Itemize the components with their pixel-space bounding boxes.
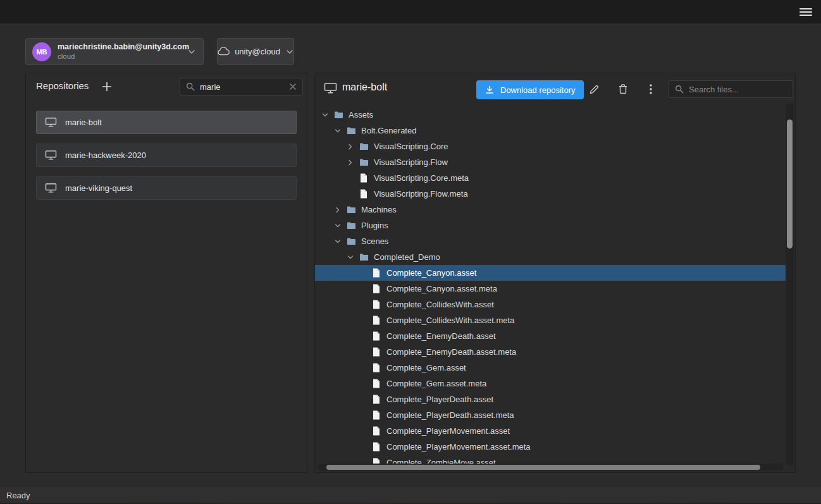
chevron-spacer: [359, 316, 371, 326]
file-icon: [371, 442, 381, 452]
chevron-down-icon: [285, 47, 295, 57]
monitor-icon: [45, 150, 57, 161]
top-bar: [0, 0, 821, 23]
chevron-spacer: [359, 347, 371, 357]
hamburger-icon[interactable]: [796, 5, 815, 19]
file-search-input[interactable]: [689, 85, 787, 94]
repository-search-input[interactable]: [200, 82, 284, 92]
tree-row[interactable]: Complete_PlayerMovement.asset: [315, 423, 786, 439]
tree-item-label: Complete_Gem.asset: [386, 363, 466, 372]
chevron-right-icon[interactable]: [333, 205, 346, 215]
chevron-spacer: [359, 284, 371, 294]
folder-icon: [359, 142, 369, 151]
file-icon: [371, 395, 381, 404]
folder-icon: [359, 253, 369, 261]
tree-row[interactable]: Completed_Demo: [315, 249, 786, 265]
add-repository-button[interactable]: [98, 78, 116, 95]
horizontal-scrollbar-track[interactable]: [318, 464, 784, 470]
tree-row[interactable]: Complete_EnemyDeath.asset: [315, 328, 786, 344]
edit-repository-button[interactable]: [586, 81, 602, 97]
tree-item-label: Bolt.Generated: [361, 126, 416, 135]
file-search-box: [669, 80, 793, 98]
tree-row[interactable]: Complete_PlayerMovement.asset.meta: [315, 439, 786, 455]
sidebar-item-marie-hackweek-2020[interactable]: marie-hackweek-2020: [36, 144, 297, 167]
tree-item-label: Complete_PlayerMovement.asset: [386, 426, 510, 436]
tree-row[interactable]: Complete_Canyon.asset.meta: [315, 281, 786, 297]
download-label: Download repository: [500, 85, 576, 95]
status-bar: Ready: [0, 486, 821, 504]
file-icon: [371, 268, 381, 278]
folder-icon: [346, 221, 356, 230]
sidebar-item-marie-bolt[interactable]: marie-bolt: [36, 111, 297, 134]
file-icon: [371, 300, 381, 309]
trash-icon: [617, 83, 629, 95]
tree-row[interactable]: Complete_CollidesWith.asset.meta: [315, 312, 786, 328]
tree-item-label: Complete_CollidesWith.asset: [386, 300, 494, 309]
tree-row[interactable]: Bolt.Generated: [315, 123, 786, 138]
more-options-button[interactable]: [643, 81, 659, 97]
tree-row[interactable]: Scenes: [315, 233, 786, 249]
monitor-icon: [45, 183, 57, 194]
chevron-down-icon[interactable]: [321, 110, 333, 120]
tree-row[interactable]: Complete_Canyon.asset: [315, 265, 786, 281]
tree-row[interactable]: Complete_PlayerDeath.asset: [315, 391, 786, 407]
delete-repository-button[interactable]: [615, 81, 631, 97]
tree-row[interactable]: VisualScripting.Core.meta: [315, 170, 786, 186]
file-icon: [371, 363, 381, 372]
account-selector[interactable]: MB mariechristine.babin@unity3d.com clou…: [25, 38, 204, 65]
tree-row[interactable]: Complete_EnemyDeath.asset.meta: [315, 344, 786, 360]
chevron-right-icon[interactable]: [346, 157, 359, 168]
vertical-scrollbar-track[interactable]: [786, 104, 794, 465]
tree-item-label: Complete_PlayerDeath.asset: [386, 395, 493, 404]
repository-name: marie-viking-quest: [65, 183, 132, 193]
chevron-down-icon: [187, 47, 197, 57]
repository-name: marie-hackweek-2020: [65, 151, 146, 160]
horizontal-scrollbar-thumb[interactable]: [326, 465, 760, 470]
tree-row[interactable]: VisualScripting.Core: [315, 138, 786, 154]
file-tree: AssetsBolt.GeneratedVisualScripting.Core…: [315, 104, 786, 465]
chevron-spacer: [359, 410, 371, 421]
tree-row[interactable]: Complete_CollidesWith.asset: [315, 297, 786, 312]
tree-row[interactable]: Assets: [315, 107, 786, 123]
tree-row[interactable]: Complete_Gem.asset.meta: [315, 376, 786, 391]
tree-item-label: VisualScripting.Flow.meta: [374, 189, 468, 199]
monitor-icon: [324, 82, 337, 97]
sidebar-item-marie-viking-quest[interactable]: marie-viking-quest: [36, 176, 297, 200]
chevron-down-icon[interactable]: [333, 126, 346, 136]
tree-item-label: Complete_Canyon.asset: [386, 268, 476, 278]
folder-icon: [346, 126, 356, 135]
tree-item-label: Complete_PlayerMovement.asset.meta: [386, 442, 531, 452]
kebab-menu-icon: [646, 83, 656, 95]
status-text: Ready: [6, 491, 30, 500]
repositories-title: Repositories: [36, 80, 89, 91]
tree-row[interactable]: Complete_Gem.asset: [315, 360, 786, 376]
edit-pencil-icon: [588, 83, 600, 95]
tree-item-label: VisualScripting.Core: [374, 142, 448, 151]
chevron-spacer: [359, 300, 371, 310]
file-icon: [371, 331, 381, 341]
tree-row[interactable]: VisualScripting.Flow.meta: [315, 186, 786, 202]
chevron-spacer: [359, 268, 371, 278]
tree-item-label: Complete_Gem.asset.meta: [386, 379, 486, 388]
repository-name: marie-bolt: [65, 118, 102, 127]
chevron-spacer: [359, 442, 371, 452]
tree-row[interactable]: Plugins: [315, 218, 786, 233]
vertical-scrollbar-thumb[interactable]: [787, 120, 793, 249]
organization-selector[interactable]: unity@cloud: [217, 38, 294, 65]
file-icon: [371, 347, 381, 357]
tree-item-label: Complete_EnemyDeath.asset: [386, 331, 496, 341]
folder-icon: [346, 237, 356, 245]
file-icon: [371, 379, 381, 388]
download-repository-button[interactable]: Download repository: [476, 80, 584, 99]
chevron-spacer: [359, 426, 371, 436]
chevron-down-icon[interactable]: [333, 237, 346, 247]
close-icon[interactable]: [288, 82, 297, 91]
chevron-down-icon[interactable]: [346, 252, 359, 262]
chevron-down-icon[interactable]: [333, 221, 346, 231]
tree-row[interactable]: VisualScripting.Flow: [315, 154, 786, 170]
account-email: mariechristine.babin@unity3d.com: [58, 42, 180, 52]
chevron-right-icon[interactable]: [346, 142, 359, 152]
tree-row[interactable]: Complete_PlayerDeath.asset.meta: [315, 407, 786, 423]
repository-title: marie-bolt: [342, 82, 387, 93]
tree-row[interactable]: Machines: [315, 202, 786, 218]
